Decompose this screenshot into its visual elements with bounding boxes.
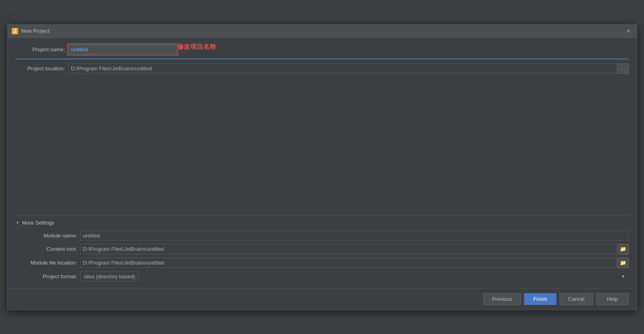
ellipsis-icon: … — [620, 65, 625, 71]
app-icon: J — [12, 28, 18, 34]
dialog-content: 修改项目名称 Project name: Project location: …… — [8, 38, 637, 288]
help-button[interactable]: Help — [596, 293, 629, 305]
project-format-label: Project format: — [16, 273, 80, 279]
module-file-location-label: Module file location: — [16, 260, 80, 266]
project-name-label: Project name: — [16, 46, 68, 53]
close-button[interactable]: × — [625, 27, 633, 35]
settings-rows: Module name: Content root: 📁 Module file… — [16, 231, 629, 281]
folder-icon: 📁 — [620, 246, 626, 252]
content-root-label: Content root: — [16, 246, 80, 252]
more-settings-toggle[interactable]: ▼ More Settings — [16, 220, 629, 226]
module-name-label: Module name: — [16, 233, 80, 239]
title-bar-left: J New Project — [12, 28, 50, 34]
project-location-label: Project location: — [16, 65, 68, 71]
project-name-input[interactable] — [68, 44, 177, 55]
dialog-footer: Previous Finish Cancel Help — [8, 288, 637, 310]
project-name-row: Project name: — [16, 44, 629, 55]
more-settings-label: More Settings — [22, 220, 54, 226]
new-project-dialog: J New Project × 修改项目名称 Project name: Pro… — [7, 24, 637, 310]
location-browse-button[interactable]: … — [617, 63, 629, 74]
module-name-row: Module name: — [16, 231, 629, 241]
module-file-location-input[interactable] — [80, 258, 617, 268]
project-location-row: Project location: … — [16, 63, 629, 74]
content-root-browse-button[interactable]: 📁 — [617, 244, 629, 254]
cancel-button[interactable]: Cancel — [560, 293, 593, 305]
main-spacer — [16, 78, 629, 211]
project-name-wrapper — [68, 44, 177, 55]
project-format-select-wrapper: .idea (directory based) .ipr (file based… — [80, 271, 629, 281]
content-root-input[interactable] — [80, 244, 617, 254]
finish-button[interactable]: Finish — [524, 293, 556, 305]
module-name-input[interactable] — [80, 231, 629, 241]
expand-icon: ▼ — [16, 221, 20, 225]
module-file-location-row: Module file location: 📁 — [16, 258, 629, 268]
title-bar: J New Project × — [8, 25, 637, 38]
dialog-title: New Project — [21, 28, 50, 34]
project-format-row: Project format: .idea (directory based) … — [16, 271, 629, 281]
project-format-select[interactable]: .idea (directory based) .ipr (file based… — [80, 271, 138, 281]
folder-icon-2: 📁 — [620, 260, 626, 266]
blue-divider — [16, 59, 629, 59]
module-file-browse-button[interactable]: 📁 — [617, 258, 629, 268]
more-settings-section: ▼ More Settings Module name: Content roo… — [16, 215, 629, 281]
previous-button[interactable]: Previous — [483, 293, 521, 305]
project-location-input[interactable] — [68, 63, 617, 74]
annotation-text: 修改项目名称 — [177, 43, 216, 51]
content-root-row: Content root: 📁 — [16, 244, 629, 254]
